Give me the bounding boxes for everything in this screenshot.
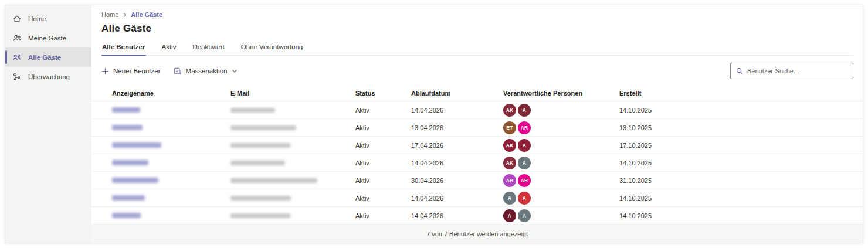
- monitoring-icon: [12, 72, 22, 81]
- tab-ohne-verantwortung[interactable]: Ohne Verantwortung: [240, 41, 304, 55]
- breadcrumb-home-link[interactable]: Home: [101, 11, 118, 18]
- owners-cell: AKA: [503, 139, 619, 152]
- guest-name-link[interactable]: [112, 178, 158, 183]
- breadcrumb: Home Alle Gäste: [101, 11, 853, 18]
- expiry-cell: 14.04.2026: [411, 159, 503, 167]
- user-search-box[interactable]: [730, 63, 853, 79]
- owner-avatar[interactable]: AR: [503, 174, 516, 187]
- table-footer: 7 von 7 Benutzer werden angezeigt: [91, 225, 863, 243]
- bulk-action-label: Massenaktion: [186, 67, 228, 74]
- owners-cell: AA: [503, 192, 619, 205]
- guest-name-link[interactable]: [112, 160, 148, 165]
- sidebar-item-meine-gaeste[interactable]: Meine Gäste: [5, 28, 91, 47]
- guest-email-redacted: [230, 143, 290, 148]
- sidebar: Home Meine Gäste Alle Gäste Überwachung: [5, 5, 91, 243]
- guest-name-link[interactable]: [112, 142, 161, 148]
- table-row: Aktiv 17.04.2026 AKA 17.10.2025: [91, 137, 863, 154]
- guest-name-link[interactable]: [112, 107, 140, 113]
- column-email[interactable]: E-Mail: [230, 90, 355, 97]
- owner-avatar[interactable]: AK: [503, 104, 516, 117]
- expiry-cell: 17.04.2026: [411, 142, 503, 149]
- search-input[interactable]: [747, 67, 847, 74]
- expiry-cell: 14.04.2026: [411, 212, 503, 219]
- owner-avatar[interactable]: A: [503, 209, 516, 222]
- sidebar-item-label: Alle Gäste: [28, 54, 61, 61]
- guest-email-redacted: [230, 213, 290, 218]
- created-cell: 17.10.2025: [619, 142, 853, 149]
- created-cell: 14.10.2025: [619, 212, 853, 219]
- owner-avatar[interactable]: A: [503, 192, 516, 205]
- created-cell: 13.10.2025: [619, 124, 853, 131]
- sidebar-item-home[interactable]: Home: [5, 9, 91, 28]
- sidebar-item-label: Meine Gäste: [28, 35, 66, 42]
- status-cell: Aktiv: [355, 124, 411, 131]
- chevron-down-icon: [232, 68, 238, 74]
- main-content: Home Alle Gäste Alle Gäste Alle Benutzer…: [91, 5, 863, 243]
- owner-avatar[interactable]: ET: [503, 121, 516, 134]
- owner-avatar[interactable]: AR: [518, 121, 531, 134]
- status-cell: Aktiv: [355, 142, 411, 149]
- owner-avatar[interactable]: AK: [503, 139, 516, 152]
- owners-cell: AKA: [503, 104, 619, 117]
- owner-avatar[interactable]: A: [518, 209, 531, 222]
- status-cell: Aktiv: [355, 107, 411, 114]
- expiry-cell: 14.04.2026: [411, 195, 503, 202]
- column-anzeigename[interactable]: Anzeigename: [112, 90, 230, 97]
- toolbar: Neuer Benutzer Massenaktion: [91, 59, 863, 83]
- bulk-action-button[interactable]: Massenaktion: [174, 64, 242, 78]
- tab-deaktiviert[interactable]: Deaktiviert: [192, 41, 225, 55]
- table-row: Aktiv 30.04.2026 ARAR 31.10.2025: [91, 172, 863, 189]
- sidebar-item-alle-gaeste[interactable]: Alle Gäste: [5, 47, 91, 67]
- guest-email-redacted: [230, 125, 296, 130]
- owner-avatar[interactable]: A: [518, 104, 531, 117]
- guest-email-redacted: [230, 161, 285, 165]
- column-verantwortliche[interactable]: Verantwortliche Personen: [503, 90, 619, 97]
- status-cell: Aktiv: [355, 177, 411, 184]
- sidebar-item-ueberwachung[interactable]: Überwachung: [5, 67, 91, 86]
- owners-cell: AA: [503, 209, 619, 222]
- plus-icon: [101, 67, 109, 75]
- chevron-right-icon: [122, 12, 127, 18]
- owner-avatar[interactable]: AR: [518, 174, 531, 187]
- owner-avatar[interactable]: AK: [503, 157, 516, 169]
- guest-name-link[interactable]: [112, 195, 145, 201]
- app-window: Home Meine Gäste Alle Gäste Überwachung …: [5, 5, 863, 243]
- new-user-button[interactable]: Neuer Benutzer: [101, 64, 165, 78]
- tab-bar: Alle Benutzer Aktiv Deaktiviert Ohne Ver…: [101, 41, 853, 56]
- table-row: Aktiv 13.04.2026 ETAR 13.10.2025: [91, 119, 863, 137]
- expiry-cell: 13.04.2026: [411, 124, 503, 131]
- created-cell: 14.10.2025: [619, 195, 853, 202]
- column-status[interactable]: Status: [355, 90, 411, 97]
- bulk-action-icon: [174, 67, 182, 75]
- table-row: Aktiv 14.04.2026 AA 14.10.2025: [91, 207, 863, 225]
- guest-email-redacted: [230, 178, 317, 183]
- page-title: Alle Gäste: [101, 23, 853, 35]
- table-row: Aktiv 14.04.2026 AA 14.10.2025: [91, 189, 863, 207]
- expiry-cell: 30.04.2026: [411, 177, 503, 184]
- owner-avatar[interactable]: A: [518, 139, 531, 152]
- column-erstellt[interactable]: Erstellt: [619, 90, 853, 97]
- breadcrumb-current[interactable]: Alle Gäste: [131, 11, 162, 18]
- home-icon: [12, 14, 22, 23]
- search-icon: [736, 67, 743, 74]
- sidebar-item-label: Home: [28, 15, 46, 22]
- owners-cell: ETAR: [503, 121, 619, 134]
- new-user-label: Neuer Benutzer: [113, 67, 161, 74]
- column-ablaufdatum[interactable]: Ablaufdatum: [411, 90, 503, 97]
- my-guests-icon: [12, 33, 22, 43]
- result-count-text: 7 von 7 Benutzer werden angezeigt: [426, 230, 528, 237]
- status-cell: Aktiv: [355, 212, 411, 219]
- guest-table: Anzeigename E-Mail Status Ablaufdatum Ve…: [91, 85, 863, 225]
- owners-cell: AKA: [503, 157, 619, 169]
- table-row: Aktiv 14.04.2026 AKA 14.10.2025: [91, 101, 863, 119]
- owner-avatar[interactable]: A: [518, 192, 531, 205]
- tab-aktiv[interactable]: Aktiv: [161, 41, 177, 55]
- status-cell: Aktiv: [355, 195, 411, 202]
- owner-avatar[interactable]: A: [518, 157, 531, 169]
- tab-alle-benutzer[interactable]: Alle Benutzer: [101, 41, 146, 55]
- table-body: Aktiv 14.04.2026 AKA 14.10.2025 Aktiv 13…: [91, 101, 863, 225]
- expiry-cell: 14.04.2026: [411, 107, 503, 114]
- guest-name-link[interactable]: [112, 213, 141, 218]
- created-cell: 14.10.2025: [619, 159, 853, 167]
- guest-name-link[interactable]: [112, 125, 143, 130]
